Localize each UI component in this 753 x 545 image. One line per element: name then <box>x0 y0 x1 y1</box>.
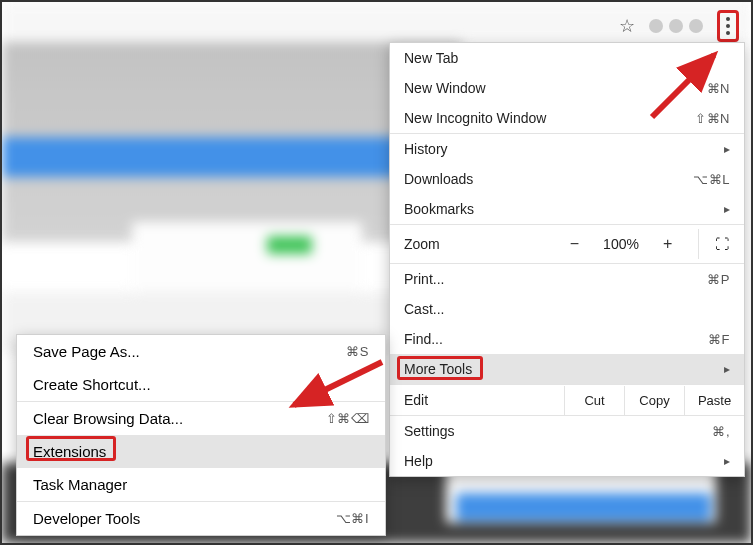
menu-new-window[interactable]: New Window⌘N <box>390 73 744 103</box>
menu-incognito[interactable]: New Incognito Window⇧⌘N <box>390 103 744 133</box>
cut-button[interactable]: Cut <box>564 386 624 415</box>
chevron-right-icon: ▸ <box>724 142 730 156</box>
zoom-value: 100% <box>603 236 639 252</box>
extension-icon[interactable] <box>689 19 703 33</box>
menu-bookmarks[interactable]: Bookmarks▸ <box>390 194 744 224</box>
zoom-out-button[interactable]: − <box>564 235 585 253</box>
submenu-clear-data[interactable]: Clear Browsing Data...⇧⌘⌫ <box>17 402 385 435</box>
menu-find[interactable]: Find...⌘F <box>390 324 744 354</box>
menu-settings[interactable]: Settings⌘, <box>390 416 744 446</box>
menu-history[interactable]: History▸ <box>390 134 744 164</box>
paste-button[interactable]: Paste <box>684 386 744 415</box>
submenu-save-page[interactable]: Save Page As...⌘S <box>17 335 385 368</box>
zoom-in-button[interactable]: + <box>657 235 678 253</box>
submenu-task-manager[interactable]: Task Manager <box>17 468 385 501</box>
extension-icon[interactable] <box>669 19 683 33</box>
shortcut: ⌘F <box>708 332 730 347</box>
menu-edit: Edit Cut Copy Paste <box>390 385 744 415</box>
browser-toolbar: ☆ <box>613 6 745 46</box>
zoom-label: Zoom <box>404 236 544 252</box>
kebab-highlight <box>717 10 739 42</box>
shortcut: ⌘N <box>707 81 730 96</box>
bookmark-star-icon[interactable]: ☆ <box>619 15 635 37</box>
menu-print[interactable]: Print...⌘P <box>390 264 744 294</box>
menu-help[interactable]: Help▸ <box>390 446 744 476</box>
menu-new-tab[interactable]: New Tab <box>390 43 744 73</box>
chevron-right-icon: ▸ <box>724 454 730 468</box>
shortcut: ⇧⌘⌫ <box>326 411 370 426</box>
submenu-extensions[interactable]: Extensions <box>17 435 385 468</box>
menu-downloads[interactable]: Downloads⌥⌘L <box>390 164 744 194</box>
shortcut: ⌘, <box>712 424 730 439</box>
fullscreen-icon[interactable]: ⛶ <box>715 236 729 252</box>
submenu-create-shortcut[interactable]: Create Shortcut... <box>17 368 385 401</box>
edit-label: Edit <box>390 385 564 415</box>
menu-more-tools[interactable]: More Tools▸ <box>390 354 744 384</box>
chevron-right-icon: ▸ <box>724 202 730 216</box>
shortcut: ⌘P <box>707 272 730 287</box>
shortcut: ⇧⌘N <box>695 111 730 126</box>
chrome-main-menu: New Tab New Window⌘N New Incognito Windo… <box>389 42 745 477</box>
extension-icons <box>649 19 703 33</box>
submenu-dev-tools[interactable]: Developer Tools⌥⌘I <box>17 502 385 535</box>
shortcut: ⌥⌘I <box>336 511 369 526</box>
chrome-menu-button[interactable] <box>726 17 730 35</box>
shortcut: ⌘S <box>346 344 369 359</box>
menu-zoom: Zoom − 100% + ⛶ <box>390 225 744 263</box>
menu-cast[interactable]: Cast... <box>390 294 744 324</box>
copy-button[interactable]: Copy <box>624 386 684 415</box>
more-tools-submenu: Save Page As...⌘S Create Shortcut... Cle… <box>16 334 386 536</box>
extension-icon[interactable] <box>649 19 663 33</box>
chevron-right-icon: ▸ <box>724 362 730 376</box>
shortcut: ⌥⌘L <box>693 172 730 187</box>
